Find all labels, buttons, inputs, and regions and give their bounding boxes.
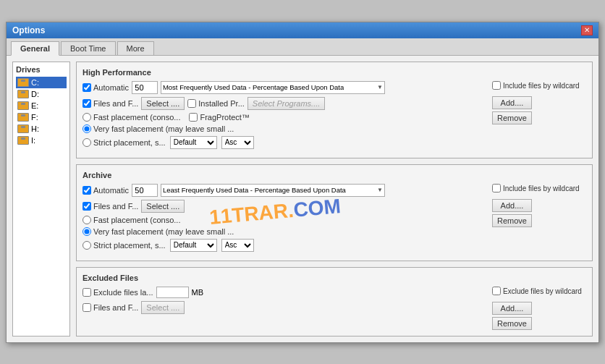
hp-files-check[interactable]: Files and F... <box>82 99 138 108</box>
hp-include-row: Include files by wildcard <box>492 81 586 90</box>
excluded-large-check[interactable]: Exclude files la... <box>82 288 153 297</box>
archive-add-button[interactable]: Add.... <box>492 199 532 212</box>
drive-icon-c <box>17 78 29 87</box>
archive-select-button[interactable]: Select .... <box>141 200 185 213</box>
hp-fast-radio[interactable] <box>82 113 91 122</box>
hp-dropdown-arrow: ▼ <box>377 84 383 90</box>
excluded-large-checkbox[interactable] <box>82 288 91 297</box>
drive-icon-d <box>17 90 29 98</box>
hp-fragprotect[interactable]: FragProtect™ <box>189 113 249 122</box>
excluded-right: Exclude files by wildcard Add.... Remove <box>492 287 586 330</box>
hp-default-select[interactable]: Default <box>170 136 217 149</box>
hp-add-button[interactable]: Add.... <box>492 96 532 109</box>
excluded-wildcard-label: Exclude files by wildcard <box>503 287 582 296</box>
archive-very-fast-radio[interactable] <box>82 227 91 236</box>
drive-icon-i <box>17 136 29 145</box>
drive-item-c[interactable]: C: <box>16 77 67 88</box>
excluded-remove-button[interactable]: Remove <box>492 317 532 330</box>
tab-general[interactable]: General <box>11 41 59 56</box>
excluded-mb-input[interactable] <box>156 287 189 298</box>
excluded-right-buttons: Add.... Remove <box>492 302 586 330</box>
hp-right-buttons: Add.... Remove <box>492 96 586 124</box>
hp-installed-checkbox[interactable] <box>187 99 196 108</box>
tab-bar: General Boot Time More <box>7 38 598 56</box>
hp-right: Include files by wildcard Add.... Remove <box>492 81 586 152</box>
hp-row2: Files and F... Select .... Installed Pr.… <box>82 97 486 110</box>
hp-row1: Automatic Most Frequently Used Data - Pe… <box>82 81 486 94</box>
archive-strict-placement[interactable]: Strict placement, s... <box>82 241 166 250</box>
hp-include-label: Include files by wildcard <box>503 81 580 90</box>
archive-row5: Strict placement, s... Default Asc <box>82 239 486 252</box>
drive-item-d[interactable]: D: <box>16 88 67 100</box>
drive-icon-f <box>17 113 29 122</box>
tab-boot-time[interactable]: Boot Time <box>61 41 116 55</box>
archive-files-checkbox[interactable] <box>82 202 91 211</box>
drive-item-h[interactable]: H: <box>16 123 67 135</box>
high-performance-title: High Performance <box>82 68 586 77</box>
drive-item-f[interactable]: F: <box>16 111 67 123</box>
archive-fast-radio[interactable] <box>82 216 91 224</box>
archive-right-buttons: Add.... Remove <box>492 199 586 227</box>
settings-panel: High Performance Automatic <box>76 62 593 337</box>
archive-asc-select[interactable]: Asc <box>221 239 254 252</box>
excluded-row2: Files and F... Select .... <box>82 301 486 314</box>
hp-files-checkbox[interactable] <box>82 99 91 108</box>
high-performance-inner: Automatic Most Frequently Used Data - Pe… <box>82 81 586 152</box>
excluded-row1: Exclude files la... MB <box>82 287 486 298</box>
archive-left: Automatic Least Frequently Used Data - P… <box>82 184 486 255</box>
hp-very-fast-radio[interactable] <box>82 124 91 133</box>
main-content: Drives C: D: E: F: <box>7 56 598 342</box>
excluded-add-button[interactable]: Add.... <box>492 302 532 315</box>
hp-include-checkbox[interactable] <box>492 81 501 90</box>
hp-strict-radio[interactable] <box>82 138 91 147</box>
excluded-files-checkbox[interactable] <box>82 303 91 312</box>
hp-automatic-checkbox[interactable] <box>82 83 91 92</box>
archive-automatic-checkbox[interactable] <box>82 186 91 195</box>
archive-default-select[interactable]: Default <box>170 239 217 252</box>
title-bar: Options ✕ <box>7 22 598 38</box>
archive-row2: Files and F... Select .... <box>82 200 486 213</box>
drives-label: Drives <box>16 65 67 74</box>
hp-fragprotect-checkbox[interactable] <box>189 113 198 122</box>
window-title: Options <box>12 25 45 35</box>
archive-include-checkbox[interactable] <box>492 184 501 192</box>
hp-select-programs-button[interactable]: Select Programs.... <box>248 97 326 110</box>
hp-row3: Fast placement (conso... FragProtect™ <box>82 113 486 122</box>
archive-strict-radio[interactable] <box>82 241 91 250</box>
hp-asc-select[interactable]: Asc <box>221 136 254 149</box>
close-button[interactable]: ✕ <box>581 25 593 35</box>
hp-automatic-check[interactable]: Automatic <box>82 83 129 92</box>
archive-row4: Very fast placement (may leave small ... <box>82 227 486 236</box>
drive-item-e[interactable]: E: <box>16 100 67 111</box>
drive-icon-e <box>17 101 29 110</box>
high-performance-section: High Performance Automatic <box>76 62 593 158</box>
tab-more[interactable]: More <box>117 41 154 55</box>
excluded-files-check[interactable]: Files and F... <box>82 303 138 312</box>
archive-files-check[interactable]: Files and F... <box>82 202 138 211</box>
hp-data-dropdown[interactable]: Most Frequently Used Data - Percentage B… <box>161 81 385 94</box>
hp-very-fast-placement[interactable]: Very fast placement (may leave small ... <box>82 124 234 133</box>
archive-fast-placement[interactable]: Fast placement (conso... <box>82 216 180 224</box>
archive-remove-button[interactable]: Remove <box>492 214 532 227</box>
excluded-wildcard-checkbox[interactable] <box>492 287 501 295</box>
archive-automatic-check[interactable]: Automatic <box>82 186 129 195</box>
archive-automatic-value[interactable] <box>132 184 158 197</box>
excluded-left: Exclude files la... MB Files and F... <box>82 287 486 330</box>
hp-automatic-value[interactable] <box>132 81 158 94</box>
hp-strict-placement[interactable]: Strict placement, s... <box>82 138 166 147</box>
excluded-files-section: Excluded Files Exclude files la... MB <box>76 267 593 337</box>
drive-item-i[interactable]: I: <box>16 135 67 146</box>
excluded-files-title: Excluded Files <box>82 274 586 282</box>
excluded-include-row: Exclude files by wildcard <box>492 287 586 296</box>
hp-row4: Very fast placement (may leave small ... <box>82 124 486 133</box>
options-window: Options ✕ General Boot Time More Drives … <box>6 22 599 343</box>
hp-remove-button[interactable]: Remove <box>492 111 532 124</box>
hp-fast-placement[interactable]: Fast placement (conso... <box>82 113 180 122</box>
archive-very-fast-placement[interactable]: Very fast placement (may leave small ... <box>82 227 234 236</box>
archive-data-dropdown[interactable]: Least Frequently Used Data - Percentage … <box>161 184 385 197</box>
hp-installed-check[interactable]: Installed Pr... <box>187 99 245 108</box>
hp-left: Automatic Most Frequently Used Data - Pe… <box>82 81 486 152</box>
excluded-select-button[interactable]: Select .... <box>141 301 185 314</box>
hp-select-button[interactable]: Select .... <box>141 97 185 110</box>
excluded-inner: Exclude files la... MB Files and F... <box>82 287 586 330</box>
